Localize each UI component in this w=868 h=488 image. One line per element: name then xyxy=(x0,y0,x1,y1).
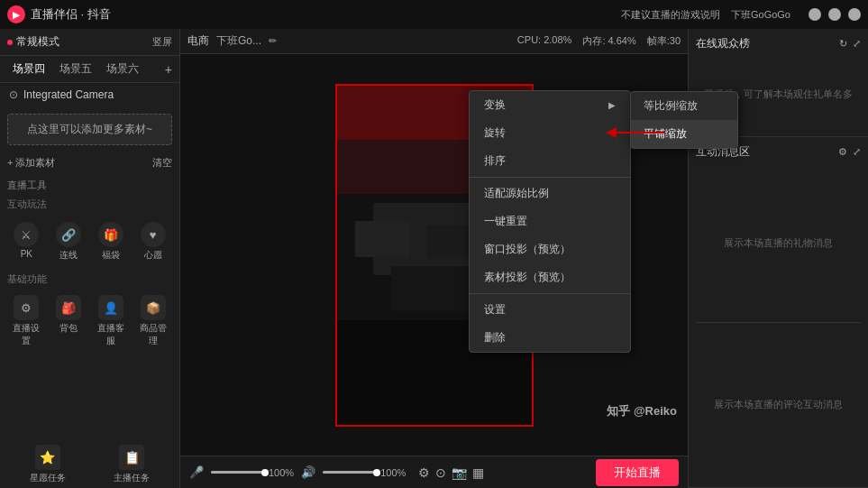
add-scene-button[interactable]: + xyxy=(165,62,172,77)
mic-slider-fill xyxy=(211,471,265,474)
speaker-slider-bar[interactable] xyxy=(323,471,377,474)
tab-scene-5[interactable]: 场景五 xyxy=(54,60,97,78)
minimize-button[interactable] xyxy=(809,8,821,21)
screen-mode-button[interactable]: 竖屏 xyxy=(152,35,172,49)
source-camera[interactable]: ⊙ Integrated Camera xyxy=(0,83,179,106)
stats-bar: CPU: 2.08% 内存: 4.64% 帧率:30 xyxy=(517,34,681,48)
tool-lucky-bag[interactable]: 🎁 福袋 xyxy=(92,218,131,265)
products-label: 商品管理 xyxy=(135,322,170,347)
ctx-material-project[interactable]: 素材投影（预览） xyxy=(470,263,630,291)
products-icon: 📦 xyxy=(141,295,166,320)
maximize-button[interactable] xyxy=(828,8,841,21)
layout-icon[interactable]: ▦ xyxy=(472,465,484,480)
tool-live-settings[interactable]: ⚙ 直播设置 xyxy=(7,293,46,349)
add-source-row: + 添加素材 清空 xyxy=(0,152,179,173)
interact-label: 互动玩法 xyxy=(0,194,179,215)
tool-connect[interactable]: 🔗 连线 xyxy=(50,218,88,265)
comment-hint: 展示本场直播的评论互动消息 xyxy=(714,398,843,411)
tool-bag[interactable]: 🎒 背包 xyxy=(50,293,88,349)
app-name: 直播伴侣 · 抖音 xyxy=(31,6,111,23)
ctx-transform[interactable]: 变换 ▶ 等比例缩放 平铺缩放 xyxy=(470,91,630,119)
tab-scene-4[interactable]: 场景四 xyxy=(7,60,50,78)
comment-content: 展示本场直播的评论互动消息 xyxy=(696,327,861,480)
speaker-volume-value: 100% xyxy=(380,467,406,478)
tool-customer-service[interactable]: 👤 直播客服 xyxy=(92,293,131,349)
watermark: 知乎 @Reiko xyxy=(607,403,677,419)
interact-divider xyxy=(696,322,861,323)
connect-icon: 🔗 xyxy=(56,222,81,247)
title-bar: ▶ 直播伴侣 · 抖音 不建议直播的游戏说明 下班GoGoGo xyxy=(0,0,868,29)
ctx-divider-1 xyxy=(470,177,630,178)
main-layout: 常规模式 竖屏 场景四 场景五 场景六 + ⊙ Integrated Camer… xyxy=(0,29,868,488)
host-task[interactable]: 📋 主播任务 xyxy=(92,445,173,484)
preview-area[interactable]: 变换 ▶ 等比例缩放 平铺缩放 旋转 排序 适配源始比例 xyxy=(180,54,688,456)
fit-ratio-label: 适配源始比例 xyxy=(484,186,549,201)
audience-expand-icon[interactable]: ⤢ xyxy=(853,38,861,50)
ctx-settings[interactable]: 设置 xyxy=(470,296,630,324)
mode-bar: 常规模式 竖屏 xyxy=(0,29,179,56)
live-settings-icon: ⚙ xyxy=(14,295,39,320)
star-task[interactable]: ⭐ 星愿任务 xyxy=(7,445,88,484)
rotate-label: 旋转 xyxy=(484,125,506,141)
submenu-keep-ratio[interactable]: 等比例缩放 xyxy=(631,92,737,120)
audience-refresh-icon[interactable]: ↻ xyxy=(839,38,847,50)
tab-scene-6[interactable]: 场景六 xyxy=(101,60,144,78)
game-warning[interactable]: 不建议直播的游戏说明 xyxy=(621,8,720,22)
start-live-button[interactable]: 开始直播 xyxy=(596,459,679,486)
bottom-icons: ⚙ ⊙ 📷 ▦ xyxy=(418,465,484,480)
lucky-bag-icon: 🎁 xyxy=(98,222,123,247)
speaker-slider-thumb[interactable] xyxy=(373,469,380,476)
tool-wish[interactable]: ♥ 心愿 xyxy=(133,218,172,265)
gift-hint: 展示本场直播的礼物消息 xyxy=(724,236,833,250)
sidebar: 常规模式 竖屏 场景四 场景五 场景六 + ⊙ Integrated Camer… xyxy=(0,29,180,488)
camera-bottom-icon[interactable]: 📷 xyxy=(452,465,467,480)
ecommerce-label: 电商 xyxy=(187,33,209,49)
top-bar: 电商 下班Go... ✏ CPU: 2.08% 内存: 4.64% 帧率:30 xyxy=(180,29,688,54)
wish-label: 心愿 xyxy=(144,249,162,262)
mic-slider-bar[interactable] xyxy=(211,471,265,474)
scene-tabs: 场景四 场景五 场景六 + xyxy=(0,56,179,83)
audience-title-row: 在线观众榜 ↻ ⤢ xyxy=(696,36,861,51)
mode-indicator xyxy=(7,40,13,45)
reset-label: 一键重置 xyxy=(484,214,527,229)
lucky-bag-label: 福袋 xyxy=(102,249,120,262)
ctx-window-project[interactable]: 窗口投影（预览） xyxy=(470,235,630,263)
mem-stat: 内存: 4.64% xyxy=(582,34,635,48)
arrow-indicator xyxy=(602,122,674,143)
window-project-label: 窗口投影（预览） xyxy=(484,242,571,257)
live-settings-label: 直播设置 xyxy=(9,322,44,347)
interact-expand-icon[interactable]: ⤢ xyxy=(853,146,861,158)
mic-icon[interactable]: 🎤 xyxy=(189,465,204,479)
host-task-icon: 📋 xyxy=(119,445,144,470)
stream-title: 下班Go... xyxy=(216,33,261,49)
fps-stat: 帧率:30 xyxy=(647,34,681,48)
svg-rect-6 xyxy=(355,221,409,257)
customer-service-icon: 👤 xyxy=(98,295,123,320)
interact-tools-grid: ⚔ PK 🔗 连线 🎁 福袋 ♥ 心愿 xyxy=(0,215,179,269)
ctx-reset[interactable]: 一键重置 xyxy=(470,207,630,235)
tool-products[interactable]: 📦 商品管理 xyxy=(133,293,172,349)
clear-button[interactable]: 清空 xyxy=(152,156,172,170)
mic-volume-slider[interactable]: 100% xyxy=(211,467,294,478)
close-button[interactable] xyxy=(848,8,861,21)
ctx-order[interactable]: 排序 xyxy=(470,147,630,175)
add-source-button[interactable]: + 添加素材 xyxy=(7,156,55,170)
edit-icon[interactable]: ✏ xyxy=(269,35,277,47)
title-bar-right: 不建议直播的游戏说明 下班GoGoGo xyxy=(621,8,861,22)
record-icon[interactable]: ⊙ xyxy=(435,465,446,480)
schedule-label[interactable]: 下班GoGoGo xyxy=(731,8,790,22)
camera-name: Integrated Camera xyxy=(23,88,114,101)
mic-slider-thumb[interactable] xyxy=(261,469,269,476)
ctx-fit-ratio[interactable]: 适配源始比例 xyxy=(470,180,630,207)
add-material-button[interactable]: 点这里可以添加更多素材~ xyxy=(7,114,172,145)
ctx-delete[interactable]: 删除 xyxy=(470,324,630,352)
connect-label: 连线 xyxy=(59,249,78,262)
speaker-volume-slider[interactable]: 100% xyxy=(323,467,406,478)
settings-label: 设置 xyxy=(484,302,506,318)
tool-pk[interactable]: ⚔ PK xyxy=(7,218,46,265)
speaker-icon[interactable]: 🔊 xyxy=(301,465,315,479)
interact-settings-icon[interactable]: ⚙ xyxy=(838,146,847,158)
settings-icon[interactable]: ⚙ xyxy=(418,465,430,480)
mode-label: 常规模式 xyxy=(7,34,59,50)
customer-service-label: 直播客服 xyxy=(94,322,129,347)
